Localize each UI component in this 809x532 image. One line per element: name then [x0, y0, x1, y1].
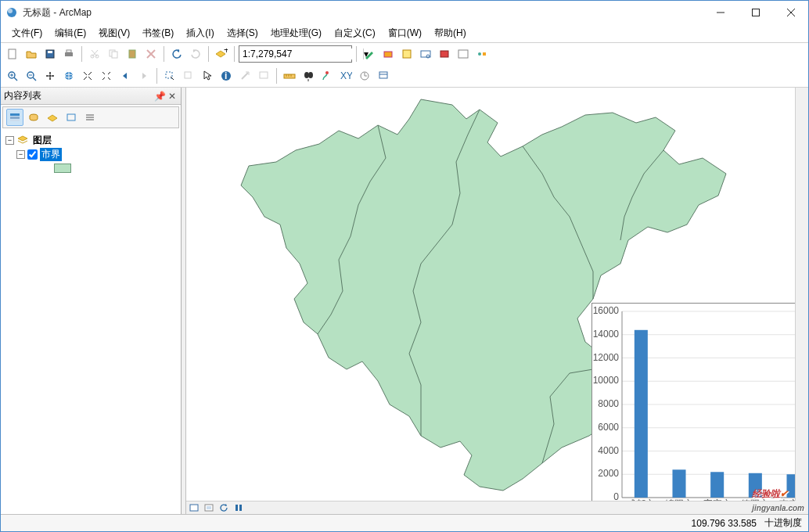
cut-icon[interactable] [86, 45, 103, 63]
tree-root[interactable]: − 图层 [5, 133, 176, 147]
svg-rect-93 [749, 473, 762, 498]
list-by-visibility-icon[interactable] [44, 109, 61, 126]
menu-help[interactable]: 帮助(H) [428, 24, 473, 42]
arc-toolbox-icon[interactable] [436, 45, 453, 63]
select-pointer-icon[interactable] [199, 67, 216, 84]
maximize-button[interactable] [738, 1, 773, 24]
copy-icon[interactable] [105, 45, 122, 63]
collapse-icon[interactable]: − [16, 150, 25, 159]
undo-icon[interactable] [168, 45, 185, 63]
print-icon[interactable] [60, 45, 77, 63]
full-extent-icon[interactable] [60, 67, 77, 84]
fixed-zoom-out-icon[interactable] [98, 67, 115, 84]
find-route-icon[interactable] [318, 67, 336, 84]
add-data-icon[interactable]: + [213, 45, 230, 63]
menu-insert[interactable]: 插入(I) [180, 24, 220, 42]
svg-rect-99 [190, 505, 198, 511]
identify-icon[interactable]: i [218, 67, 235, 84]
vertical-scrollbar[interactable] [795, 88, 808, 501]
toc-toolbar [2, 106, 179, 128]
svg-rect-22 [403, 50, 411, 58]
scale-selector[interactable]: ▾ [239, 45, 352, 63]
layers-icon [16, 135, 29, 146]
back-extent-icon[interactable] [117, 67, 134, 84]
toc-title: 内容列表 [4, 89, 153, 102]
menu-bookmarks[interactable]: 书签(B) [136, 24, 180, 42]
layer-visibility-checkbox[interactable] [27, 149, 38, 160]
pan-icon[interactable] [41, 67, 59, 84]
menu-customize[interactable]: 自定义(C) [328, 24, 382, 42]
svg-text:+: + [224, 49, 228, 56]
svg-rect-25 [440, 51, 448, 57]
catalog-icon[interactable] [398, 45, 415, 63]
model-builder-icon[interactable] [473, 45, 491, 63]
tree-layer-label[interactable]: 市界 [40, 148, 62, 161]
paste-icon[interactable] [124, 45, 141, 63]
zoom-out-icon[interactable] [23, 67, 40, 84]
select-features-icon[interactable] [161, 67, 178, 84]
layout-view-tab[interactable] [202, 502, 216, 514]
menu-window[interactable]: 窗口(W) [382, 24, 428, 42]
svg-rect-63 [67, 114, 75, 120]
hyperlink-icon[interactable] [236, 67, 253, 84]
html-popup-icon[interactable] [255, 67, 272, 84]
save-icon[interactable] [41, 45, 59, 63]
options-icon[interactable] [81, 109, 99, 126]
toolbox-icon[interactable] [379, 45, 397, 63]
list-by-source-icon[interactable] [25, 109, 42, 126]
find-icon[interactable] [300, 67, 317, 84]
tree-layer[interactable]: − 市界 [5, 147, 176, 161]
time-slider-icon[interactable] [356, 67, 373, 84]
svg-rect-17 [129, 50, 135, 58]
new-doc-icon[interactable] [4, 45, 21, 63]
menu-view[interactable]: 视图(V) [92, 24, 136, 42]
search-window-icon[interactable] [417, 45, 434, 63]
svg-text:12000: 12000 [593, 352, 620, 363]
tree-root-label: 图层 [31, 134, 53, 147]
status-units: 十进制度 [764, 516, 802, 530]
create-viewer-icon[interactable] [375, 67, 392, 84]
scale-input[interactable] [239, 49, 363, 59]
fixed-zoom-in-icon[interactable] [79, 67, 96, 84]
layer-swatch[interactable] [54, 164, 71, 173]
svg-rect-101 [207, 506, 211, 509]
map-canvas[interactable]: 0200040006000800010000120001400016000成都市… [186, 88, 808, 514]
horizontal-scrollbar[interactable] [186, 501, 795, 514]
list-by-drawing-icon[interactable] [6, 109, 23, 126]
title-bar: 无标题 - ArcMap [1, 1, 808, 24]
pin-icon[interactable]: 📌 [154, 91, 165, 102]
svg-point-36 [49, 75, 52, 77]
editor-toolbar-icon[interactable] [361, 45, 378, 63]
toc-tree: − 图层 − 市界 [1, 130, 181, 514]
clear-selection-icon[interactable] [180, 67, 197, 84]
refresh-icon[interactable] [217, 502, 231, 514]
menu-geoprocessing[interactable]: 地理处理(G) [264, 24, 328, 42]
open-icon[interactable] [23, 45, 40, 63]
toc-header: 内容列表 📌 ✕ [1, 88, 181, 105]
measure-icon[interactable] [281, 67, 298, 84]
tree-symbol[interactable] [5, 161, 176, 175]
svg-rect-44 [260, 72, 268, 78]
collapse-icon[interactable]: − [5, 136, 14, 145]
menu-edit[interactable]: 编辑(E) [49, 24, 92, 42]
zoom-in-icon[interactable] [4, 67, 21, 84]
list-by-selection-icon[interactable] [63, 109, 80, 126]
close-toc-icon[interactable]: ✕ [167, 91, 178, 102]
menu-file[interactable]: 文件(F) [5, 24, 49, 42]
redo-icon[interactable] [187, 45, 204, 63]
standard-toolbar: + ▾ [1, 43, 808, 65]
data-view-tab[interactable] [187, 502, 201, 514]
close-button[interactable] [773, 1, 808, 24]
python-window-icon[interactable] [455, 45, 472, 63]
svg-rect-57 [379, 72, 387, 78]
svg-text:i: i [225, 70, 227, 81]
minimize-button[interactable] [703, 1, 738, 24]
delete-icon[interactable] [142, 45, 160, 63]
pause-draw-icon[interactable] [232, 502, 246, 514]
go-to-xy-icon[interactable]: XY [337, 67, 354, 84]
forward-extent-icon[interactable] [135, 67, 153, 84]
menu-select[interactable]: 选择(S) [221, 24, 264, 42]
svg-rect-102 [236, 505, 238, 511]
scroll-corner [795, 501, 808, 514]
svg-rect-87 [635, 330, 648, 498]
